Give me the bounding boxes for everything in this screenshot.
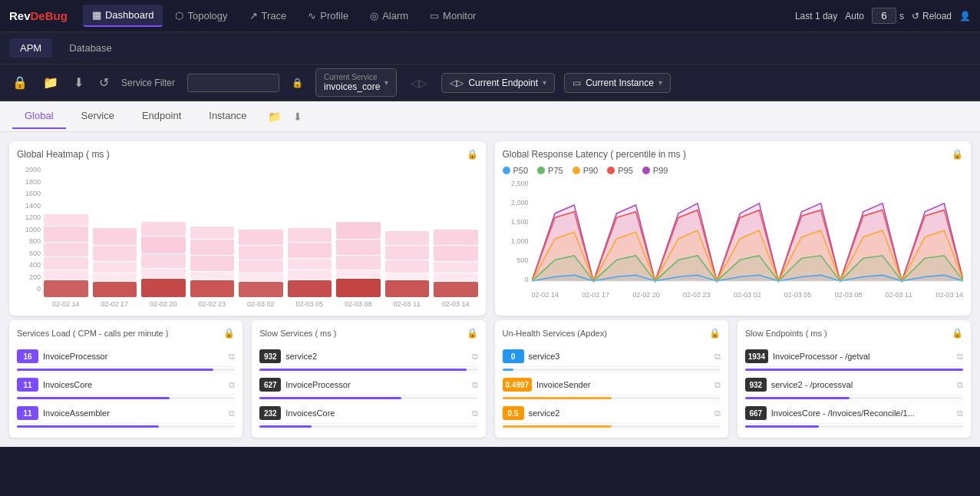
slow-copy-2[interactable]: ⧉ bbox=[472, 380, 478, 390]
slow-service-name-2: InvoiceProcessor bbox=[285, 380, 467, 389]
logo: RevDeBug bbox=[9, 9, 68, 22]
bottom-panels: Services Load ( CPM - calls per minute )… bbox=[0, 320, 980, 447]
tab-instance[interactable]: Instance bbox=[196, 104, 259, 129]
dashboard-icon: ▦ bbox=[92, 9, 101, 21]
save-layout-icon[interactable]: 📁 bbox=[265, 107, 284, 126]
unhealth-copy-1[interactable]: ⧉ bbox=[714, 352, 721, 362]
lock-icon[interactable]: 🔒 bbox=[9, 72, 31, 93]
interval-unit: s bbox=[899, 11, 904, 21]
latency-header: Global Response Latency ( percentile in … bbox=[503, 149, 964, 160]
slow-copy-1[interactable]: ⧉ bbox=[472, 352, 478, 362]
copy-icon-2[interactable]: ⧉ bbox=[229, 380, 235, 390]
unhealth-name-1: service3 bbox=[529, 352, 710, 361]
page-tabs: Global Service Endpoint Instance 📁 ⬇ bbox=[0, 101, 980, 132]
export-icon[interactable]: ⬇ bbox=[290, 107, 305, 126]
heatmap-panel: Global Heatmap ( ms ) 🔒 2000 1800 1600 1… bbox=[9, 141, 486, 316]
heatmap-col-7 bbox=[336, 166, 381, 297]
interval-control: s bbox=[872, 8, 904, 24]
tab-database[interactable]: Database bbox=[58, 38, 123, 58]
lock-icon-2: 🔒 bbox=[289, 76, 306, 90]
slow-services-panel: Slow Services ( ms ) 🔒 932 service2 ⧉ 62… bbox=[252, 320, 485, 438]
heatmap-y-axis: 2000 1800 1600 1400 1200 1000 800 600 40… bbox=[17, 166, 44, 308]
services-load-item-3: 11 InvoiceAssembler ⧉ bbox=[17, 402, 235, 430]
ep-badge-1: 1934 bbox=[745, 349, 768, 363]
badge-3: 11 bbox=[17, 406, 38, 420]
unhealth-badge-2: 0.4997 bbox=[503, 378, 533, 392]
heatmap-title: Global Heatmap ( ms ) bbox=[17, 149, 110, 160]
topology-icon: ⬡ bbox=[175, 10, 183, 21]
current-service-label: Current Service bbox=[324, 73, 380, 81]
service-name-1: InvoiceProcessor bbox=[43, 352, 224, 361]
nav-item-monitor[interactable]: ▭ Monitor bbox=[421, 5, 485, 26]
heatmap-lock-icon: 🔒 bbox=[467, 149, 478, 160]
tab-global[interactable]: Global bbox=[12, 104, 66, 129]
ep-copy-3[interactable]: ⧉ bbox=[957, 408, 963, 418]
tab-endpoint[interactable]: Endpoint bbox=[130, 104, 193, 129]
unhealth-badge-3: 0.5 bbox=[503, 406, 524, 420]
copy-icon-1[interactable]: ⧉ bbox=[229, 352, 235, 362]
unhealth-lock: 🔒 bbox=[709, 328, 721, 339]
latency-panel: Global Response Latency ( percentile in … bbox=[495, 141, 972, 316]
slow-badge-1: 932 bbox=[259, 349, 281, 363]
latency-title: Global Response Latency ( percentile in … bbox=[503, 149, 686, 160]
trace-icon: ↗ bbox=[249, 10, 258, 21]
reload-button[interactable]: ↺ Reload bbox=[912, 11, 952, 21]
latency-chart-wrapper: 02-02 14 02-02 17 02-02 20 02-02 23 02-0… bbox=[532, 180, 964, 299]
services-load-header: Services Load ( CPM - calls per minute )… bbox=[17, 328, 235, 339]
unhealth-badge-1: 0 bbox=[503, 349, 524, 363]
logo-debug: DeBug bbox=[31, 9, 68, 22]
monitor-icon: ▭ bbox=[430, 10, 439, 21]
latency-y-axis: 2,500 2,000 1,500 1,000 500 0 bbox=[503, 180, 532, 299]
unhealth-item-2: 0.4997 InvoiceSender ⧉ bbox=[503, 373, 721, 402]
folder-icon[interactable]: 📁 bbox=[40, 72, 61, 93]
current-endpoint-dropdown[interactable]: ◁▷ Current Endpoint ▾ bbox=[441, 73, 555, 93]
current-service-dropdown[interactable]: Current Service invoices_core ▾ bbox=[315, 68, 397, 97]
slow-services-header: Slow Services ( ms ) 🔒 bbox=[259, 328, 477, 339]
slow-copy-3[interactable]: ⧉ bbox=[472, 408, 478, 418]
heatmap-col-5 bbox=[239, 166, 283, 297]
refresh-icon[interactable]: ↺ bbox=[96, 72, 112, 93]
service-name-3: InvoiceAssembler bbox=[43, 408, 224, 418]
arrow-icon: ◁▷ bbox=[406, 77, 432, 89]
p90-dot bbox=[572, 167, 580, 174]
legend-p75: P75 bbox=[537, 166, 563, 175]
unhealth-item-1: 0 service3 ⧉ bbox=[503, 345, 721, 373]
current-instance-dropdown[interactable]: ▭ Current Instance ▾ bbox=[564, 73, 671, 93]
download-icon[interactable]: ⬇ bbox=[71, 72, 87, 93]
nav-item-topology[interactable]: ⬡ Topology bbox=[166, 5, 236, 26]
chevron-instance-icon: ▾ bbox=[658, 78, 662, 87]
slow-service-item-2: 627 InvoiceProcessor ⧉ bbox=[259, 373, 477, 402]
ep-badge-3: 667 bbox=[745, 406, 767, 420]
unhealth-header: Un-Health Services (Apdex) 🔒 bbox=[503, 328, 721, 339]
unhealth-copy-3[interactable]: ⧉ bbox=[714, 408, 721, 418]
legend-p95: P95 bbox=[607, 166, 633, 175]
nav-item-profile[interactable]: ∿ Profile bbox=[299, 5, 358, 26]
user-avatar[interactable]: 👤 bbox=[959, 11, 971, 21]
tab-apm[interactable]: APM bbox=[9, 38, 52, 58]
nav-item-alarm[interactable]: ◎ Alarm bbox=[361, 5, 417, 26]
top-navbar: RevDeBug ▦ Dashboard ⬡ Topology ↗ Trace … bbox=[0, 0, 980, 32]
interval-input[interactable] bbox=[872, 8, 896, 24]
ep-copy-1[interactable]: ⧉ bbox=[957, 352, 963, 362]
top-right-controls: Last 1 day Auto s ↺ Reload 👤 bbox=[795, 8, 971, 24]
heatmap-col-1 bbox=[44, 166, 88, 297]
current-service-value: invoices_core bbox=[324, 81, 380, 92]
slow-service-item-1: 932 service2 ⧉ bbox=[259, 345, 477, 373]
heatmap-cols bbox=[44, 166, 478, 297]
filter-bar: 🔒 📁 ⬇ ↺ Service Filter 🔒 Current Service… bbox=[0, 64, 980, 101]
tab-service[interactable]: Service bbox=[69, 104, 127, 129]
slow-endpoints-header: Slow Endpoints ( ms ) 🔒 bbox=[745, 328, 963, 339]
ep-copy-2[interactable]: ⧉ bbox=[957, 380, 963, 390]
nav-item-trace[interactable]: ↗ Trace bbox=[240, 5, 296, 26]
nav-items: ▦ Dashboard ⬡ Topology ↗ Trace ∿ Profile… bbox=[83, 5, 486, 27]
slow-endpoints-panel: Slow Endpoints ( ms ) 🔒 1934 InvoiceProc… bbox=[737, 320, 971, 438]
legend-p90: P90 bbox=[572, 166, 599, 175]
p75-dot bbox=[537, 167, 545, 174]
ep-name-1: InvoiceProcessor - /getval bbox=[773, 352, 952, 361]
badge-1: 16 bbox=[17, 349, 38, 363]
copy-icon-3[interactable]: ⧉ bbox=[229, 408, 235, 418]
endpoint-icon: ◁▷ bbox=[450, 78, 464, 88]
nav-item-dashboard[interactable]: ▦ Dashboard bbox=[83, 5, 163, 27]
unhealth-copy-2[interactable]: ⧉ bbox=[714, 380, 721, 390]
service-filter-input[interactable] bbox=[187, 74, 279, 92]
